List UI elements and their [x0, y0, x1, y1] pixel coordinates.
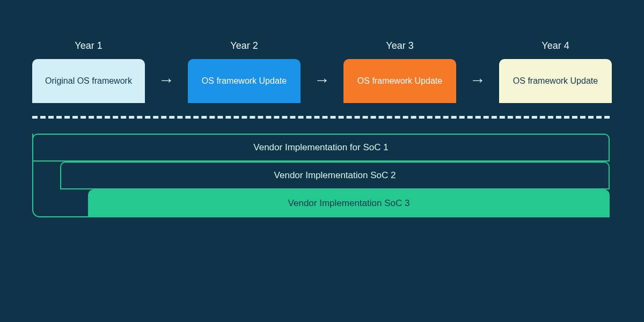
year-3-label: Year 3	[386, 40, 413, 52]
year-1-column: Year 1 Original OS framework	[32, 40, 145, 103]
year-3-column: Year 3 OS framework Update	[343, 40, 456, 103]
os-box-update-2: OS framework Update	[188, 59, 301, 103]
vendor-implementation-stack: Vendor Implementation for SoC 1 Vendor I…	[32, 134, 612, 273]
os-box-update-4: OS framework Update	[499, 59, 612, 103]
year-1-label: Year 1	[75, 40, 102, 52]
os-timeline-row: Year 1 Original OS framework → Year 2 OS…	[32, 40, 612, 103]
vendor-soc-3-box: Vendor Implementation SoC 3	[88, 189, 610, 217]
vendor-soc-1-box: Vendor Implementation for SoC 1	[32, 134, 610, 162]
diagram-canvas: Year 1 Original OS framework → Year 2 OS…	[32, 40, 612, 273]
arrow-icon: →	[314, 72, 330, 88]
section-divider	[32, 116, 610, 119]
vendor-soc-2-box: Vendor Implementation SoC 2	[60, 162, 610, 189]
arrow-icon: →	[158, 72, 174, 88]
year-2-column: Year 2 OS framework Update	[188, 40, 301, 103]
year-4-column: Year 4 OS framework Update	[499, 40, 612, 103]
os-box-original: Original OS framework	[32, 59, 145, 103]
year-2-label: Year 2	[230, 40, 258, 52]
arrow-icon: →	[470, 72, 486, 88]
os-box-update-3: OS framework Update	[343, 59, 456, 103]
year-4-label: Year 4	[541, 40, 569, 52]
